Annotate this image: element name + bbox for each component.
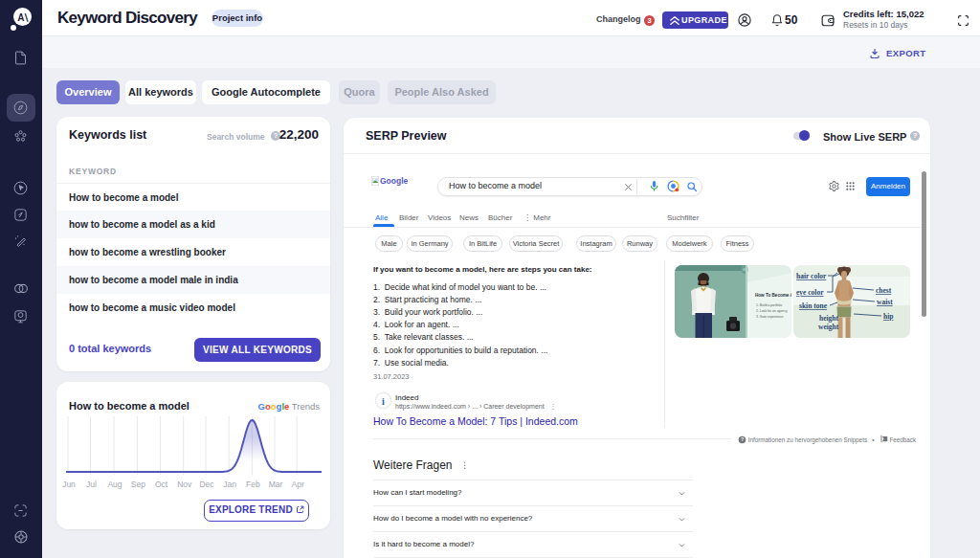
svg-text:3. Gain experience: 3. Gain experience — [756, 315, 784, 319]
svg-text:hip: hip — [883, 312, 893, 321]
svg-text:2. Look for an agency: 2. Look for an agency — [756, 309, 788, 313]
svg-text:chest: chest — [876, 286, 892, 295]
svg-text:eye color: eye color — [796, 288, 824, 297]
svg-text:1. Build a portfolio: 1. Build a portfolio — [756, 303, 782, 307]
svg-text:skin tone: skin tone — [799, 301, 828, 310]
svg-text:waist: waist — [877, 298, 893, 306]
svg-text:hair color: hair color — [796, 272, 827, 280]
svg-text:?: ? — [741, 436, 744, 442]
svg-text:height: height — [819, 314, 839, 323]
svg-text:weight: weight — [818, 323, 839, 331]
svg-text:How To Become A M: How To Become A M — [755, 293, 791, 298]
